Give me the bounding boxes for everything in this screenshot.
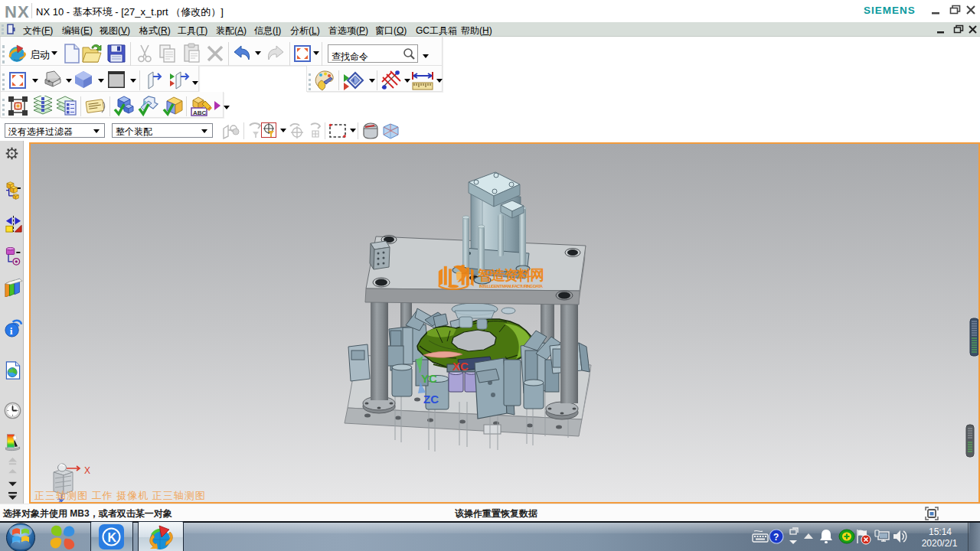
svg-text:智造资料网: 智造资料网 xyxy=(477,267,544,283)
svg-text:YC: YC xyxy=(421,372,437,385)
svg-text:ABC: ABC xyxy=(193,109,207,116)
svg-text:INTELLIGENT MANUFACTURING DATA: INTELLIGENT MANUFACTURING DATA xyxy=(479,284,544,289)
svg-text:ZC: ZC xyxy=(423,393,439,406)
svg-text:XC: XC xyxy=(452,360,469,373)
svg-text:X: X xyxy=(84,465,90,476)
svg-text:?: ? xyxy=(773,532,779,543)
svg-text:i: i xyxy=(10,325,13,337)
svg-text:K: K xyxy=(108,531,117,544)
